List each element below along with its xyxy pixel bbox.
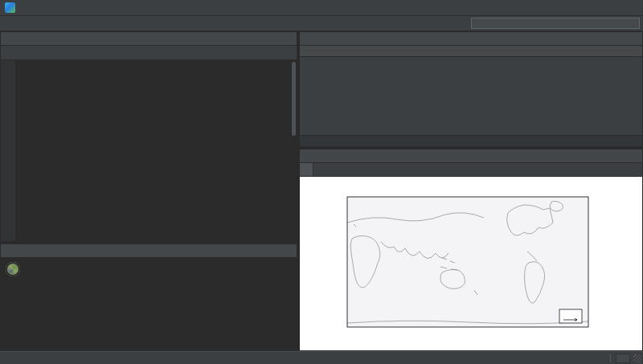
status-bar <box>0 351 643 364</box>
maximize-icon[interactable] <box>604 0 624 15</box>
close-icon[interactable] <box>624 0 643 15</box>
app-logo-icon <box>5 2 15 13</box>
file-explorer-panel <box>299 31 643 147</box>
console-output[interactable] <box>1 258 297 350</box>
current-folder-combobox[interactable] <box>471 18 640 29</box>
editor-panel-header <box>1 32 297 46</box>
window-controls <box>585 0 643 15</box>
figures-panel <box>299 149 643 351</box>
quiver-key <box>559 309 582 323</box>
file-explorer-header <box>300 32 642 46</box>
statusbar-separator <box>610 354 611 362</box>
code-editor[interactable] <box>1 60 297 241</box>
figure-tab[interactable] <box>300 163 313 176</box>
jython-brand <box>6 260 292 278</box>
menu-bar <box>0 0 643 16</box>
editor-scrollbar[interactable] <box>291 60 297 241</box>
editor-panel <box>0 31 297 242</box>
memory-indicator[interactable] <box>616 354 630 363</box>
scrollbar-thumb[interactable] <box>292 62 296 136</box>
resize-grip[interactable] <box>633 354 641 362</box>
map-background <box>347 197 588 327</box>
figures-panel-header <box>300 149 642 163</box>
file-table-header <box>300 46 642 57</box>
app-window: { "window": { "title": "MeteoInfoLab", "… <box>0 0 643 364</box>
figure-canvas[interactable] <box>300 177 642 350</box>
editor-tab-bar <box>1 46 297 60</box>
velocity-potential-figure <box>301 178 641 350</box>
jython-logo-icon <box>6 262 20 276</box>
code-lines <box>1 60 297 62</box>
quiver-key-box <box>559 309 582 323</box>
console-panel <box>0 243 297 351</box>
figures-tab-bar <box>300 163 642 177</box>
file-table-body <box>300 57 642 135</box>
console-panel-header <box>1 244 297 258</box>
explorer-bottom-tabs <box>300 135 642 146</box>
toolbar <box>0 16 643 31</box>
minimize-icon[interactable] <box>585 0 604 15</box>
